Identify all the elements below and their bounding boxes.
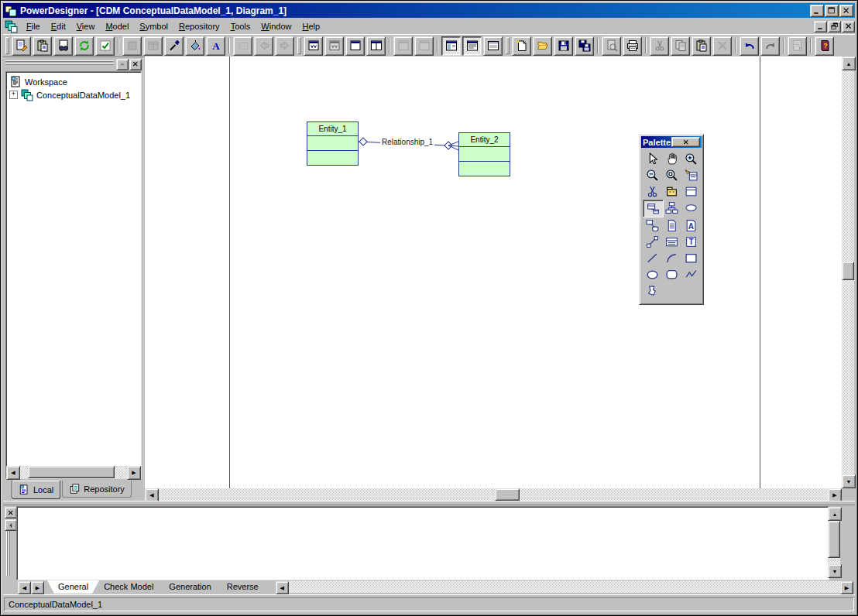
relationship-line[interactable]	[145, 56, 842, 488]
maximize-button[interactable]	[825, 5, 839, 17]
edit-report-button[interactable]	[12, 36, 31, 56]
palette-tool-package[interactable]	[662, 183, 681, 200]
canvas-vscroll-track[interactable]	[842, 70, 854, 474]
palette-tool-pointer[interactable]	[643, 151, 662, 167]
refresh-model-button[interactable]	[74, 36, 94, 56]
save-all-button[interactable]	[575, 36, 594, 56]
help-contents-button[interactable]: ?	[815, 36, 834, 56]
relationship-label[interactable]: Relationship_1	[380, 138, 434, 146]
output-tab-general[interactable]: General	[47, 580, 99, 594]
palette-tool-entity[interactable]	[643, 200, 664, 217]
palette-tool-rounded-rectangle[interactable]	[662, 266, 681, 282]
output-text-area[interactable]	[16, 506, 829, 580]
paste-button[interactable]	[692, 36, 711, 56]
mdi-minimize-button[interactable]	[814, 21, 827, 33]
scroll-left-icon[interactable]: ◀	[276, 581, 289, 594]
palette-tool-title-frame[interactable]	[681, 183, 701, 200]
palette-tool-ellipse[interactable]	[643, 266, 662, 282]
diagram-canvas[interactable]: Relationship_1 Entity_1Entity_2	[145, 56, 842, 488]
palette-title-bar[interactable]: Palette	[641, 136, 702, 148]
document-icon[interactable]	[5, 20, 18, 33]
save-model-button[interactable]	[554, 36, 573, 56]
output-grip[interactable]	[6, 531, 11, 576]
palette-tool-delete-tool[interactable]	[643, 183, 662, 200]
output-tab-reverse[interactable]: Reverse	[216, 580, 269, 594]
workspace-tree-hscrollbar[interactable]: ◀▶	[6, 466, 141, 478]
palette-tool-file-object[interactable]	[662, 217, 681, 234]
menu-help[interactable]: Help	[297, 20, 325, 33]
output-collapse-button[interactable]	[5, 519, 17, 531]
toolbar-grip[interactable]	[5, 37, 9, 54]
workspace-tab-local[interactable]: Local	[12, 481, 60, 499]
palette-tool-inheritance[interactable]	[662, 200, 681, 216]
menu-tools[interactable]: Tools	[225, 20, 256, 33]
entity-symbol[interactable]: Entity_2	[458, 132, 510, 176]
palette-tool-polyline[interactable]	[681, 266, 701, 282]
output-tab-generation[interactable]: Generation	[158, 580, 221, 594]
text-font-button[interactable]: A	[206, 36, 225, 56]
scroll-left-icon[interactable]: ◀	[6, 466, 20, 480]
fill-color-button[interactable]	[185, 36, 204, 56]
panel-close-button[interactable]	[129, 59, 142, 70]
palette-tool-association[interactable]	[662, 234, 681, 250]
toolbar-grip[interactable]	[297, 37, 301, 54]
menu-file[interactable]: File	[21, 20, 46, 33]
new-model-button[interactable]	[512, 36, 531, 56]
menu-edit[interactable]: Edit	[46, 20, 71, 33]
print-button[interactable]	[623, 36, 642, 56]
canvas-hscroll-thumb[interactable]	[495, 488, 520, 501]
palette-tool-zoom-in[interactable]	[681, 151, 701, 167]
menu-symbol[interactable]: Symbol	[134, 20, 173, 33]
output-hscrollbar[interactable]: ◀ ▶	[276, 581, 853, 593]
palette-tool-grabber[interactable]	[662, 151, 681, 167]
undo-button[interactable]	[740, 36, 759, 56]
menu-window[interactable]: Window	[256, 20, 297, 33]
check-model-button[interactable]	[95, 36, 115, 56]
canvas-hscroll-track[interactable]	[159, 488, 828, 501]
palette-tool-polygon[interactable]	[643, 282, 662, 299]
two-window-view-button[interactable]	[366, 36, 386, 56]
find-objects-button[interactable]	[53, 36, 73, 56]
one-window-view-button[interactable]	[345, 36, 365, 56]
output-vscroll-track[interactable]	[828, 521, 840, 564]
scroll-right-icon[interactable]: ▶	[840, 581, 853, 594]
menu-view[interactable]: View	[71, 20, 101, 33]
palette-close-button[interactable]	[671, 137, 700, 147]
canvas-vscroll-thumb[interactable]	[842, 262, 854, 280]
tabs-scroll-left-icon[interactable]: ◀	[18, 581, 31, 594]
palette-tool-open-properties[interactable]	[681, 167, 701, 183]
entity-symbol[interactable]: Entity_1	[307, 121, 359, 166]
toggle-plain-view-button[interactable]	[483, 36, 503, 56]
palette-tool-zoom-area[interactable]	[662, 167, 681, 183]
palette-tool-text[interactable]: T	[681, 234, 701, 250]
scroll-down-icon[interactable]: ▼	[828, 564, 842, 578]
scroll-right-icon[interactable]: ▶	[127, 466, 141, 480]
palette-tool-note[interactable]: A	[681, 217, 701, 234]
panel-grip[interactable]	[5, 60, 113, 68]
tree-item-model[interactable]: +ConceptualDataModel_1	[6, 88, 141, 101]
output-tab-check-model[interactable]: Check Model	[93, 580, 164, 594]
workspace-tab-repository[interactable]: Repository	[62, 481, 132, 498]
tree-item-workspace[interactable]: Workspace	[6, 75, 141, 88]
canvas-hscrollbar[interactable]: ◀ ▶	[145, 488, 842, 501]
minimize-button[interactable]	[810, 5, 824, 17]
workspace-panel-header[interactable]	[5, 58, 142, 70]
close-button[interactable]	[839, 5, 853, 17]
toggle-workspace-view-button[interactable]	[441, 36, 461, 56]
scroll-up-icon[interactable]: ▲	[828, 507, 842, 521]
output-hscroll-track[interactable]	[289, 581, 840, 593]
mdi-close-button[interactable]	[842, 21, 855, 33]
tabs-scroll-right-icon[interactable]: ▶	[31, 581, 44, 594]
scroll-up-icon[interactable]: ▲	[842, 56, 856, 70]
menu-repository[interactable]: Repository	[173, 20, 225, 33]
output-close-button[interactable]	[5, 507, 17, 518]
scroll-down-icon[interactable]: ▼	[842, 474, 856, 488]
panel-collapse-button[interactable]	[116, 59, 129, 70]
palette-tool-zoom-out[interactable]	[643, 167, 662, 183]
canvas-vscrollbar[interactable]: ▲ ▼	[842, 56, 854, 488]
palette-tool-line[interactable]	[643, 250, 662, 266]
paste-format-button[interactable]	[33, 36, 52, 56]
toggle-output-view-button[interactable]	[462, 36, 482, 56]
format-brush-button[interactable]	[164, 36, 184, 56]
show-model-symbols-button[interactable]	[304, 36, 323, 56]
